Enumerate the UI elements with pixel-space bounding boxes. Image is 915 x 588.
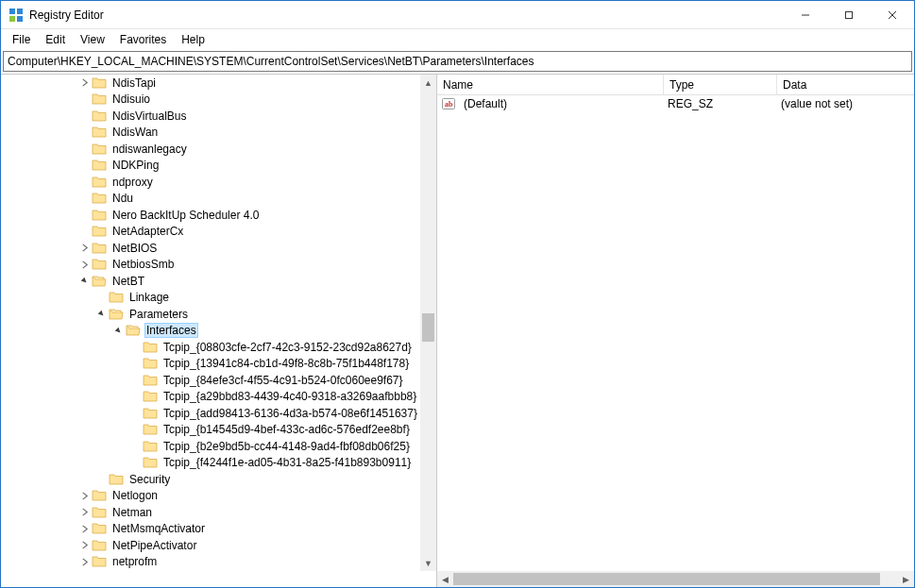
maximize-button[interactable] — [827, 1, 871, 29]
tree-item-label: Netman — [110, 506, 154, 519]
folder-icon — [143, 456, 158, 469]
tree-item[interactable]: Security — [5, 471, 420, 488]
chevron-right-icon[interactable] — [76, 521, 92, 536]
folder-icon — [92, 555, 107, 568]
tree-item[interactable]: NetBIOS — [5, 240, 420, 257]
tree-scroll-thumb[interactable] — [422, 313, 434, 342]
chevron-right-icon[interactable] — [76, 76, 92, 91]
tree-item[interactable]: Tcpip_{add98413-6136-4d3a-b574-08e6f1451… — [5, 405, 420, 422]
tree-item[interactable]: Tcpip_{a29bbd83-4439-4c40-9318-a3269aafb… — [5, 389, 420, 406]
tree-item[interactable]: NdisVirtualBus — [5, 108, 420, 125]
tree-item[interactable]: NDKPing — [5, 158, 420, 175]
folder-icon — [92, 506, 107, 519]
folder-icon — [92, 92, 107, 106]
menu-file[interactable]: File — [5, 31, 38, 48]
tree-item-label: Tcpip_{a29bbd83-4439-4c40-9318-a3269aafb… — [161, 390, 418, 403]
tree-vertical-scrollbar[interactable]: ▲ ▼ — [420, 75, 436, 571]
chevron-right-icon[interactable] — [76, 538, 92, 553]
tree-item[interactable]: Tcpip_{08803cfe-2cf7-42c3-9152-23cd92a86… — [5, 339, 420, 356]
column-data[interactable]: Data — [777, 75, 914, 94]
scroll-left-icon[interactable]: ◀ — [437, 571, 453, 587]
tree-item-label: netprofm — [110, 555, 159, 568]
tree-item[interactable]: ndiswanlegacy — [5, 141, 420, 158]
folder-icon — [92, 192, 107, 205]
tree-item[interactable]: Tcpip_{13941c84-cb1d-49f8-8c8b-75f1b448f… — [5, 356, 420, 373]
chevron-right-icon[interactable] — [76, 257, 92, 272]
tree-item[interactable]: Tcpip_{b2e9bd5b-cc44-4148-9ad4-fbf08db06… — [5, 438, 420, 455]
folder-icon — [143, 390, 158, 403]
tree-item[interactable]: Tcpip_{84efe3cf-4f55-4c91-b524-0fc060ee9… — [5, 372, 420, 389]
regedit-app-icon — [8, 8, 24, 23]
address-text: Computer\HKEY_LOCAL_MACHINE\SYSTEM\Curre… — [8, 55, 534, 68]
tree-item[interactable]: netprofm — [5, 554, 420, 571]
svg-rect-3 — [17, 16, 23, 22]
menu-help[interactable]: Help — [174, 31, 212, 48]
tree-item[interactable]: Tcpip_{b14545d9-4bef-433c-ad6c-576edf2ee… — [5, 422, 420, 439]
chevron-down-icon[interactable] — [93, 307, 109, 322]
tree-item[interactable]: Linkage — [5, 290, 420, 307]
tree-item-label: Tcpip_{b14545d9-4bef-433c-ad6c-576edf2ee… — [161, 423, 412, 436]
scroll-up-icon[interactable]: ▲ — [420, 75, 436, 91]
tree-item-label: Tcpip_{84efe3cf-4f55-4c91-b524-0fc060ee9… — [161, 374, 405, 387]
column-name[interactable]: Name — [437, 75, 664, 94]
tree-item[interactable]: NetbiosSmb — [5, 257, 420, 274]
tree-item[interactable]: Netman — [5, 504, 420, 521]
menu-edit[interactable]: Edit — [38, 31, 73, 48]
tree-item[interactable]: NetMsmqActivator — [5, 521, 420, 538]
chevron-down-icon[interactable] — [76, 274, 92, 289]
chevron-right-icon[interactable] — [76, 488, 92, 503]
address-bar[interactable]: Computer\HKEY_LOCAL_MACHINE\SYSTEM\Curre… — [3, 51, 912, 72]
tree-item[interactable]: NetAdapterCx — [5, 224, 420, 241]
registry-tree[interactable]: NdisTapiNdisuioNdisVirtualBusNdisWanndis… — [1, 75, 420, 570]
values-horizontal-scrollbar[interactable]: ◀ ▶ — [437, 571, 914, 587]
tree-item-label: NetBIOS — [110, 242, 159, 255]
chevron-right-icon[interactable] — [76, 241, 92, 256]
folder-icon — [92, 143, 107, 156]
tree-item[interactable]: NdisTapi — [5, 75, 420, 92]
tree-item-label: ndiswanlegacy — [110, 143, 189, 156]
menu-favorites[interactable]: Favorites — [112, 31, 174, 48]
tree-item[interactable]: Netlogon — [5, 488, 420, 505]
scroll-down-icon[interactable]: ▼ — [420, 555, 436, 571]
tree-item[interactable]: Ndisuio — [5, 92, 420, 109]
values-list[interactable]: ab(Default)REG_SZ(value not set) — [437, 95, 914, 571]
folder-icon — [92, 522, 107, 535]
tree-item[interactable]: NdisWan — [5, 125, 420, 142]
content-area: NdisTapiNdisuioNdisVirtualBusNdisWanndis… — [1, 74, 914, 587]
tree-item[interactable]: Tcpip_{f4244f1e-ad05-4b31-8a25-f41b893b0… — [5, 455, 420, 472]
value-type: REG_SZ — [662, 97, 775, 110]
chevron-right-icon[interactable] — [76, 554, 92, 569]
tree-item[interactable]: ndproxy — [5, 174, 420, 191]
folder-icon — [143, 440, 158, 453]
tree-item-label: Linkage — [127, 291, 171, 304]
scroll-right-icon[interactable]: ▶ — [898, 571, 914, 587]
tree-item-label: NdisWan — [110, 126, 160, 139]
tree-item[interactable]: Interfaces — [5, 323, 420, 340]
tree-item[interactable]: NetPipeActivator — [5, 537, 420, 554]
menu-view[interactable]: View — [73, 31, 112, 48]
tree-item[interactable]: Parameters — [5, 306, 420, 323]
folder-icon — [92, 539, 107, 552]
svg-rect-2 — [9, 16, 15, 22]
tree-panel: NdisTapiNdisuioNdisVirtualBusNdisWanndis… — [1, 75, 437, 587]
tree-item-label: NetPipeActivator — [110, 539, 198, 552]
tree-item[interactable]: Nero BackItUp Scheduler 4.0 — [5, 207, 420, 224]
folder-icon — [92, 159, 107, 172]
tree-item[interactable]: NetBT — [5, 273, 420, 290]
tree-item-label: NdisVirtualBus — [110, 109, 188, 123]
minimize-button[interactable] — [784, 1, 827, 29]
column-type[interactable]: Type — [664, 75, 777, 94]
svg-rect-1 — [17, 8, 23, 14]
tree-item-label: Netlogon — [110, 489, 160, 502]
folder-icon — [92, 225, 107, 238]
folder-icon — [92, 209, 107, 222]
chevron-right-icon[interactable] — [76, 505, 92, 520]
tree-item-label: NdisTapi — [110, 76, 158, 90]
registry-editor-window: Registry Editor File Edit View Favorites… — [0, 0, 915, 588]
chevron-down-icon[interactable] — [110, 323, 126, 338]
folder-icon — [143, 341, 158, 354]
tree-item[interactable]: Ndu — [5, 191, 420, 208]
values-scroll-thumb[interactable] — [453, 573, 880, 585]
close-button[interactable] — [871, 1, 914, 29]
value-row[interactable]: ab(Default)REG_SZ(value not set) — [437, 95, 914, 112]
